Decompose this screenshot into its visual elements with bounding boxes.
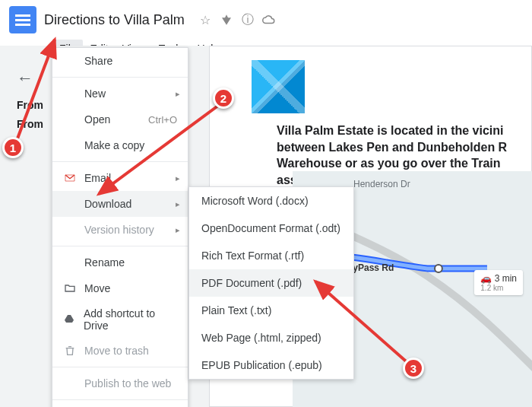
- blank-icon: [63, 256, 77, 269]
- menu-label: Email: [84, 172, 111, 184]
- gmail-icon: [63, 171, 77, 185]
- chevron-right-icon: ▸: [176, 89, 180, 99]
- blank-icon: [63, 138, 77, 152]
- folder-move-icon: [63, 281, 77, 295]
- menu-item-rename[interactable]: Rename: [52, 250, 188, 275]
- trash-icon: [63, 344, 77, 358]
- menu-item-move[interactable]: Move: [52, 275, 188, 301]
- info-icon[interactable]: ⓘ: [241, 13, 255, 27]
- annotation-marker-2: 2: [213, 87, 234, 109]
- menu-item-email[interactable]: Email ▸: [52, 165, 188, 191]
- blank-icon: [63, 54, 77, 68]
- menu-item-document-details[interactable]: Document details: [52, 403, 188, 407]
- file-menu-dropdown: Share New ▸ Open Ctrl+O Make a copy Emai…: [52, 47, 188, 407]
- submenu-item-odt[interactable]: OpenDocument Format (.odt): [189, 215, 353, 242]
- map-label-henderson: Henderson Dr: [353, 179, 410, 189]
- back-arrow-icon[interactable]: ←: [17, 68, 33, 88]
- chevron-right-icon: ▸: [176, 199, 180, 209]
- blank-icon: [63, 87, 77, 100]
- menu-label: Share: [84, 55, 112, 67]
- menu-label: Make a copy: [84, 139, 144, 151]
- menu-label: New: [84, 87, 106, 100]
- menu-label: Open: [84, 113, 110, 126]
- chevron-right-icon: ▸: [176, 225, 180, 235]
- star-icon[interactable]: ☆: [198, 13, 212, 27]
- document-title[interactable]: Directions to Villa Palm: [44, 12, 185, 28]
- menu-label: Rename: [84, 256, 125, 269]
- map-dist-value: 1.2 km: [480, 284, 517, 292]
- menu-item-make-copy[interactable]: Make a copy: [52, 132, 188, 158]
- submenu-item-html[interactable]: Web Page (.html, zipped): [189, 324, 353, 351]
- map-time-value: 3 min: [495, 273, 517, 284]
- menu-label: Move to trash: [84, 345, 149, 357]
- chevron-right-icon: ▸: [176, 173, 180, 183]
- menu-label: Add shortcut to Drive: [84, 307, 177, 332]
- menu-item-add-shortcut[interactable]: Add shortcut to Drive: [52, 301, 188, 338]
- blank-icon: [63, 113, 77, 126]
- outline-text-2: From: [17, 118, 43, 130]
- menu-shortcut: Ctrl+O: [148, 114, 177, 126]
- menu-item-move-trash[interactable]: Move to trash: [52, 338, 188, 364]
- menu-label: Download: [84, 198, 131, 210]
- menu-label: Version history: [84, 224, 154, 236]
- docs-app-icon[interactable]: [9, 6, 36, 33]
- menu-item-download[interactable]: Download ▸: [52, 191, 188, 217]
- titlebar: Directions to Villa Palm ☆ ⓘ: [0, 0, 532, 40]
- cloud-saved-icon[interactable]: [262, 13, 276, 27]
- drive-icon: [63, 313, 76, 326]
- submenu-item-epub[interactable]: EPUB Publication (.epub): [189, 351, 353, 379]
- download-submenu: Microsoft Word (.docx) OpenDocument Form…: [188, 186, 354, 380]
- menu-item-new[interactable]: New ▸: [52, 81, 188, 107]
- menu-item-version-history[interactable]: Version history ▸: [52, 217, 188, 243]
- outline-text-1: From: [17, 99, 43, 111]
- svg-point-0: [435, 265, 442, 272]
- menu-item-share[interactable]: Share: [52, 48, 188, 74]
- annotation-marker-3: 3: [403, 358, 424, 379]
- menu-label: Publish to the web: [84, 377, 171, 390]
- blank-icon: [63, 197, 77, 211]
- menu-item-publish-web[interactable]: Publish to the web: [52, 370, 188, 396]
- submenu-item-docx[interactable]: Microsoft Word (.docx): [189, 187, 353, 215]
- blank-icon: [63, 377, 77, 390]
- blank-icon: [63, 223, 77, 237]
- map-route-time: 🚗 3 min 1.2 km: [474, 270, 523, 295]
- menu-item-open[interactable]: Open Ctrl+O: [52, 107, 188, 132]
- menu-label: Move: [84, 282, 110, 294]
- inline-image-logo: [252, 60, 305, 113]
- submenu-item-txt[interactable]: Plain Text (.txt): [189, 297, 353, 324]
- submenu-item-rtf[interactable]: Rich Text Format (.rtf): [189, 242, 353, 269]
- annotation-marker-1: 1: [2, 137, 24, 158]
- move-folder-icon[interactable]: [220, 13, 233, 27]
- submenu-item-pdf[interactable]: PDF Document (.pdf): [189, 269, 353, 297]
